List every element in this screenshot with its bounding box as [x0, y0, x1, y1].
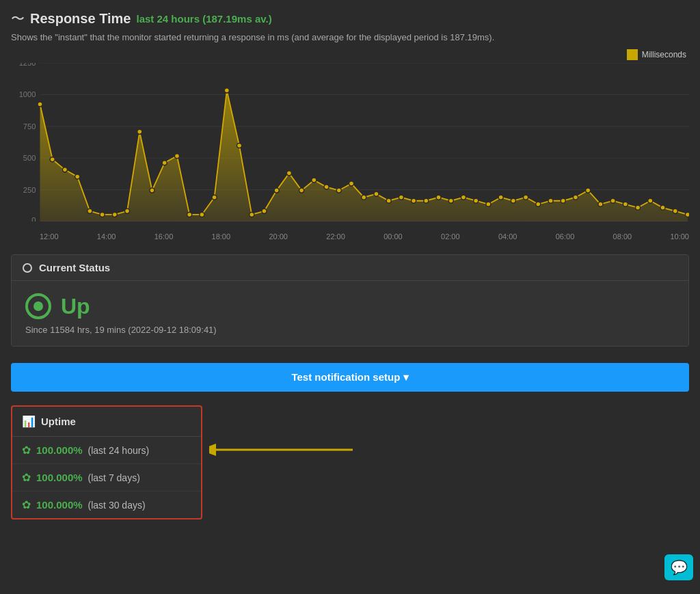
uptime-star-icon-24h: ✿: [22, 444, 31, 457]
svg-point-21: [137, 129, 142, 134]
svg-point-27: [212, 195, 217, 200]
status-header: Current Status: [12, 255, 688, 281]
uptime-period-24h: (last 24 hours): [88, 445, 149, 456]
svg-point-64: [673, 208, 677, 213]
response-time-description: Shows the "instant" that the monitor sta…: [11, 32, 689, 42]
status-header-dot-icon: [23, 263, 32, 273]
svg-point-15: [62, 167, 67, 172]
response-time-chart: Milliseconds 1250 1000 750 500 250 0: [11, 49, 689, 241]
test-notification-wrapper: Test notification setup ▾: [0, 353, 700, 401]
x-label-14: 14:00: [97, 232, 116, 241]
x-label-22: 22:00: [326, 232, 345, 241]
arrow-wrapper: [202, 405, 360, 460]
svg-point-14: [50, 157, 55, 162]
svg-point-51: [511, 198, 515, 203]
svg-point-18: [100, 212, 105, 217]
uptime-star-icon-7d: ✿: [22, 471, 31, 484]
svg-marker-12: [40, 90, 688, 221]
uptime-section-wrapper: 📊 Uptime ✿ 100.000% (last 24 hours) ✿ 10…: [0, 401, 700, 530]
svg-point-41: [386, 198, 391, 203]
svg-point-63: [660, 205, 665, 210]
chart-legend: Milliseconds: [627, 49, 686, 60]
svg-point-13: [38, 102, 42, 107]
uptime-bar-chart-icon: 📊: [22, 415, 36, 428]
svg-text:1250: 1250: [19, 63, 36, 67]
svg-point-30: [250, 212, 254, 217]
svg-point-61: [636, 205, 641, 210]
uptime-header: 📊 Uptime: [12, 407, 201, 437]
current-status-section: Current Status Up Since 11584 hrs, 19 mi…: [11, 254, 689, 347]
x-label-18: 18:00: [212, 232, 231, 241]
svg-point-33: [286, 171, 291, 176]
status-header-label: Current Status: [39, 262, 110, 273]
x-label-04: 04:00: [498, 232, 517, 241]
arrow-icon: [209, 440, 360, 460]
svg-point-28: [224, 88, 229, 93]
x-label-12: 12:00: [40, 232, 59, 241]
svg-point-44: [424, 198, 429, 203]
x-axis-labels: 12:00 14:00 16:00 18:00 20:00 22:00 00:0…: [40, 232, 689, 241]
x-label-16: 16:00: [154, 232, 174, 241]
uptime-percent-24h: 100.000%: [36, 444, 83, 456]
svg-point-40: [374, 191, 379, 196]
svg-point-54: [548, 198, 553, 203]
chat-bubble-button[interactable]: 💬: [664, 554, 693, 580]
svg-point-47: [461, 195, 466, 200]
svg-point-38: [349, 181, 353, 186]
response-time-badge: last 24 hours (187.19ms av.): [136, 13, 271, 25]
test-notification-button[interactable]: Test notification setup ▾: [11, 363, 689, 392]
svg-point-46: [448, 198, 453, 203]
status-body: Up Since 11584 hrs, 19 mins (2022-09-12 …: [12, 281, 688, 346]
response-time-title: Response Time: [30, 11, 131, 27]
svg-point-37: [336, 188, 341, 193]
x-label-08: 08:00: [613, 232, 632, 241]
svg-text:0: 0: [31, 216, 36, 221]
uptime-period-30d: (last 30 days): [88, 500, 146, 511]
svg-point-29: [237, 144, 241, 148]
svg-text:500: 500: [23, 154, 36, 162]
uptime-row-7d: ✿ 100.000% (last 7 days): [12, 464, 201, 491]
svg-point-62: [648, 198, 653, 203]
svg-point-42: [399, 195, 403, 200]
response-time-icon: 〜: [11, 10, 25, 28]
status-up-icon: [25, 293, 51, 319]
svg-point-36: [324, 185, 329, 189]
svg-point-22: [150, 188, 154, 193]
svg-point-49: [486, 202, 491, 206]
svg-point-45: [436, 195, 441, 200]
chart-svg: 1250 1000 750 500 250 0: [11, 63, 689, 221]
svg-point-48: [474, 198, 479, 203]
uptime-box: 📊 Uptime ✿ 100.000% (last 24 hours) ✿ 10…: [11, 405, 202, 519]
svg-point-59: [610, 198, 615, 203]
svg-point-55: [561, 198, 565, 203]
svg-point-39: [362, 195, 366, 200]
svg-point-19: [112, 212, 117, 217]
svg-point-25: [187, 212, 192, 217]
svg-point-35: [312, 178, 317, 183]
svg-point-50: [498, 195, 503, 200]
svg-point-57: [586, 188, 591, 193]
uptime-row-30d: ✿ 100.000% (last 30 days): [12, 491, 201, 518]
chart-svg-area: 1250 1000 750 500 250 0: [11, 63, 689, 221]
legend-label: Milliseconds: [642, 50, 686, 59]
x-label-02: 02:00: [441, 232, 460, 241]
svg-point-58: [598, 202, 603, 206]
uptime-percent-7d: 100.000%: [36, 472, 83, 483]
uptime-period-7d: (last 7 days): [88, 472, 140, 483]
svg-text:1000: 1000: [19, 90, 36, 98]
svg-point-16: [75, 174, 80, 179]
uptime-star-icon-30d: ✿: [22, 498, 31, 511]
uptime-row-24h: ✿ 100.000% (last 24 hours): [12, 437, 201, 464]
svg-point-32: [274, 188, 279, 193]
x-label-00: 00:00: [383, 232, 403, 241]
chat-icon: 💬: [671, 559, 688, 576]
svg-point-23: [162, 161, 167, 165]
x-label-10: 10:00: [670, 232, 689, 241]
svg-text:750: 750: [23, 122, 36, 131]
svg-point-34: [299, 188, 304, 193]
svg-point-53: [536, 202, 541, 206]
svg-point-65: [685, 212, 689, 217]
x-label-06: 06:00: [556, 232, 575, 241]
uptime-header-label: Uptime: [41, 416, 76, 427]
status-since-text: Since 11584 hrs, 19 mins (2022-09-12 18:…: [25, 325, 675, 335]
